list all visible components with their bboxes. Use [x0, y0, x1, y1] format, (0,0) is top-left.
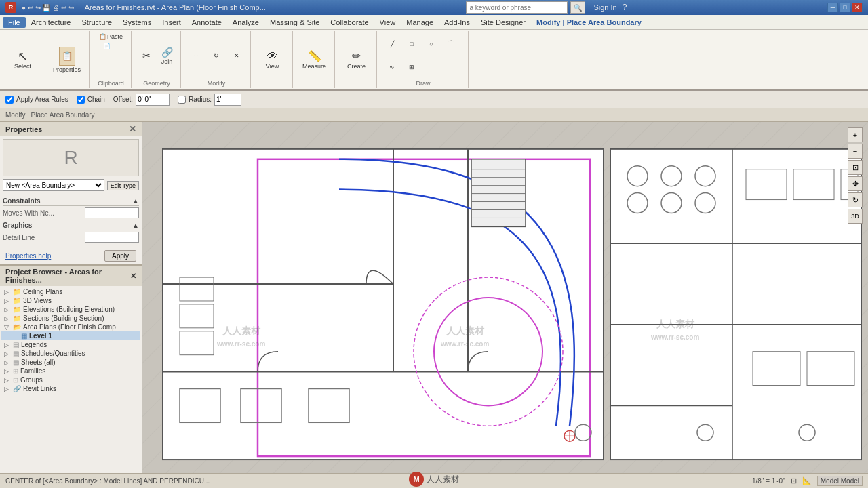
maximize-button[interactable]: □ — [840, 3, 850, 12]
family-icon: ⊞ — [13, 367, 18, 375]
tree-item-sections[interactable]: ▷ 📁 Sections (Building Section) — [1, 314, 140, 323]
menu-systems[interactable]: Systems — [117, 17, 157, 28]
create-button[interactable]: ✏ Create — [343, 47, 370, 73]
arc-icon: ⌒ — [448, 39, 454, 48]
expand-icon: ▷ — [4, 377, 11, 384]
properties-close-button[interactable]: ✕ — [129, 124, 136, 134]
menu-structure[interactable]: Structure — [76, 17, 117, 28]
split-button[interactable]: ✕ — [227, 51, 246, 60]
split-icon: ✕ — [234, 52, 239, 59]
tree-item-families[interactable]: ▷ ⊞ Families — [1, 367, 140, 375]
type-dropdown[interactable]: New <Area Boundary> — [3, 179, 104, 191]
folder-icon: 📁 — [13, 288, 21, 296]
view-scale-icon[interactable]: ⊡ — [791, 476, 797, 485]
tree-item-ceiling-plans[interactable]: ▷ 📁 Ceiling Plans — [1, 287, 140, 296]
group-icon: ⊡ — [13, 376, 18, 384]
context-text: Modify | Place Area Boundary — [5, 111, 95, 119]
zoom-out-button[interactable]: − — [848, 144, 863, 159]
chain-checkbox[interactable] — [77, 96, 85, 104]
menu-analyze[interactable]: Analyze — [227, 17, 264, 28]
join-geometry-button[interactable]: 🔗 Join — [157, 45, 176, 66]
keyword-search-input[interactable] — [466, 1, 568, 14]
draw-arc-button[interactable]: ⌒ — [441, 37, 460, 52]
cut-geometry-button[interactable]: ✂ — [137, 49, 156, 62]
graphics-section[interactable]: Graphics ▲ — [3, 220, 139, 230]
measure-icon: 📏 — [308, 49, 321, 62]
select-button[interactable]: ↖ Select — [10, 47, 35, 73]
revit-status-icon: M — [409, 472, 424, 487]
constraints-section[interactable]: Constraints ▲ — [3, 195, 139, 206]
minimize-button[interactable]: ─ — [827, 3, 838, 12]
clipboard-copy-button[interactable]: 📄 — [97, 42, 116, 50]
moves-with-input[interactable] — [85, 207, 139, 218]
sign-in-button[interactable]: Sign In — [593, 3, 616, 12]
menu-addins[interactable]: Add-Ins — [439, 17, 475, 28]
join-icon: 🔗 — [161, 47, 173, 58]
menu-view[interactable]: View — [374, 17, 401, 28]
draw-line-button[interactable]: ╱ — [382, 37, 401, 52]
graphics-label: Graphics — [3, 222, 32, 229]
tree-item-legends[interactable]: ▷ ▤ Legends — [1, 340, 140, 349]
tree-item-schedules[interactable]: ▷ ▤ Schedules/Quantities — [1, 349, 140, 358]
draw-rect-button[interactable]: □ — [402, 37, 421, 52]
offset-input[interactable] — [136, 94, 170, 106]
close-button[interactable]: ✕ — [852, 3, 863, 12]
tree-item-groups[interactable]: ▷ ⊡ Groups — [1, 375, 140, 384]
align-button[interactable]: ↔ — [186, 51, 205, 60]
canvas-area[interactable]: 人人素材www.rr-sc.com 人人素材www.rr-sc.com 人人素材… — [142, 122, 868, 473]
offset-label: Offset: — [113, 96, 133, 103]
zoom-in-button[interactable]: + — [848, 127, 863, 142]
properties-icon: 📋 — [59, 47, 75, 66]
offset-option: Offset: — [113, 94, 170, 106]
properties-panel-header[interactable]: Properties ✕ — [0, 122, 142, 136]
help-icon[interactable]: ? — [623, 3, 627, 12]
radius-checkbox[interactable] — [178, 96, 186, 104]
pick-lines-button[interactable]: ⊞ — [402, 60, 421, 75]
scale-display: 1/8" = 1'-0" — [752, 477, 785, 485]
tree-item-3dviews[interactable]: ▷ 📁 3D Views — [1, 296, 140, 305]
clipboard-paste-button[interactable]: 📋 Paste — [97, 33, 125, 41]
view-button[interactable]: 👁 View — [262, 47, 283, 73]
draw-circle-button[interactable]: ○ — [422, 37, 441, 52]
radius-input[interactable] — [214, 94, 241, 106]
moves-with-row: Moves With Ne... — [3, 207, 139, 218]
menu-file[interactable]: File — [3, 17, 26, 28]
zoom-fit-button[interactable]: ⊡ — [848, 160, 863, 175]
menu-site-designer[interactable]: Site Designer — [475, 17, 531, 28]
properties-button[interactable]: 📋 Properties — [49, 44, 85, 76]
menu-collaborate[interactable]: Collaborate — [325, 17, 374, 28]
menu-architecture[interactable]: Architecture — [26, 17, 77, 28]
properties-help-link[interactable]: Properties help — [5, 252, 51, 260]
rotate-view-button[interactable]: ↻ — [848, 192, 863, 207]
apply-button[interactable]: Apply — [104, 250, 136, 262]
tree-item-revit-links[interactable]: ▷ 🔗 Revit Links — [1, 384, 140, 393]
view-icon: ▦ — [21, 332, 27, 340]
detail-line-input[interactable] — [85, 232, 139, 243]
select-label: Select — [14, 63, 31, 70]
tree-item-level1[interactable]: ▦ Level 1 — [1, 331, 140, 340]
menu-modify-place-area[interactable]: Modify | Place Area Boundary — [531, 17, 647, 28]
pan-button[interactable]: ✥ — [848, 176, 863, 191]
measure-icon-status[interactable]: 📐 — [802, 476, 812, 485]
ribbon-group-geometry: ✂ 🔗 Join Geometry — [133, 31, 181, 88]
menu-manage[interactable]: Manage — [401, 17, 439, 28]
project-browser-close-button[interactable]: ✕ — [130, 272, 136, 281]
tree-item-elevations[interactable]: ▷ 📁 Elevations (Building Elevation) — [1, 305, 140, 314]
ribbon-group-measure: 📏 Measure — [294, 31, 335, 88]
edit-type-button[interactable]: Edit Type — [107, 181, 139, 190]
draw-label: Draw — [382, 80, 464, 87]
view-cube-button[interactable]: 3D — [848, 209, 863, 224]
tree-item-area-plans[interactable]: ▽ 📂 Area Plans (Floor Finish Comp — [1, 323, 140, 331]
properties-title: Properties — [5, 125, 42, 134]
rotate-button[interactable]: ↻ — [207, 51, 226, 60]
menu-massing[interactable]: Massing & Site — [264, 17, 325, 28]
draw-spline-button[interactable]: ∿ — [382, 60, 401, 75]
tree-label: Elevations (Building Elevation) — [23, 306, 115, 313]
apply-area-rules-checkbox[interactable] — [5, 96, 14, 104]
tree-item-sheets[interactable]: ▷ ▤ Sheets (all) — [1, 358, 140, 367]
measure-button[interactable]: 📏 Measure — [298, 47, 330, 73]
menu-insert[interactable]: Insert — [157, 17, 186, 28]
menu-annotate[interactable]: Annotate — [186, 17, 227, 28]
left-panel: Properties ✕ R New <Area Boundary> Edit … — [0, 122, 142, 473]
search-go-button[interactable]: 🔍 — [570, 1, 585, 14]
